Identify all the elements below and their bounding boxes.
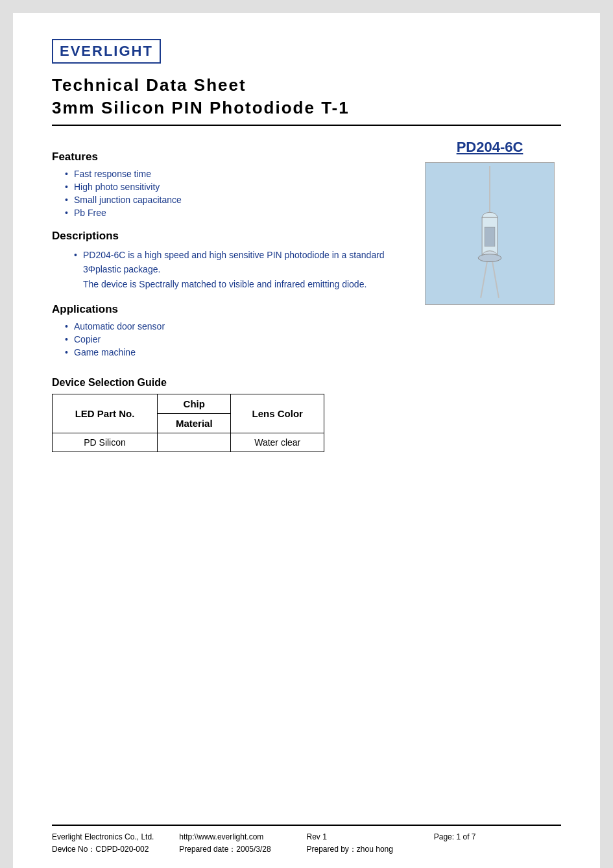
- app-item-2: Copier: [65, 334, 405, 344]
- applications-title: Applications: [52, 303, 405, 316]
- feature-item-4: Pb Free: [65, 208, 405, 218]
- table-row: PD Silicon Water clear: [53, 433, 324, 452]
- feature-item-2: High photo sensitivity: [65, 182, 405, 192]
- footer-website: http:\\www.everlight.com: [179, 832, 306, 841]
- descriptions-text: PD204-6C is a high speed and high sensit…: [52, 248, 405, 291]
- page: EVERLIGHT Technical Data Sheet 3mm Silic…: [13, 13, 600, 868]
- row1-col1: PD Silicon: [53, 433, 158, 452]
- footer-page: Page: 1 of 7: [434, 832, 561, 841]
- description-paragraph-1: PD204-6C is a high speed and high sensit…: [74, 248, 405, 291]
- app-item-3: Game machine: [65, 347, 405, 357]
- title-divider: [52, 125, 561, 126]
- features-list: Fast response time High photo sensitivit…: [52, 169, 405, 218]
- footer-company: Everlight Electronics Co., Ltd.: [52, 832, 179, 841]
- applications-list: Automatic door sensor Copier Game machin…: [52, 321, 405, 357]
- desc-phi: Φ: [88, 264, 95, 274]
- app-item-1: Automatic door sensor: [65, 321, 405, 332]
- footer-row-2: Device No：CDPD-020-002 Prepared date：200…: [52, 844, 561, 855]
- footer-rev: Rev 1: [307, 832, 434, 841]
- logo-container: EVERLIGHT: [52, 39, 561, 64]
- part-number: PD204-6C: [457, 139, 523, 156]
- descriptions-title: Descriptions: [52, 230, 405, 243]
- row1-col2: [158, 433, 231, 452]
- col1-header: LED Part No.: [53, 394, 158, 433]
- device-selection-title: Device Selection Guide: [52, 377, 405, 389]
- product-svg: [426, 163, 554, 304]
- footer-prepared-by: Prepared by：zhou hong: [307, 844, 562, 855]
- right-column: PD204-6C: [418, 139, 561, 825]
- col2-header2: Material: [158, 414, 231, 433]
- feature-item-1: Fast response time: [65, 169, 405, 179]
- footer: Everlight Electronics Co., Ltd. http:\\w…: [52, 825, 561, 855]
- footer-row-1: Everlight Electronics Co., Ltd. http:\\w…: [52, 832, 561, 841]
- svg-rect-7: [485, 227, 495, 247]
- col3-header: Lens Color: [231, 394, 324, 433]
- doc-title-1: Technical Data Sheet: [52, 75, 561, 95]
- svg-point-8: [478, 254, 501, 262]
- logo-box: EVERLIGHT: [52, 39, 161, 64]
- device-selection: Device Selection Guide LED Part No. Chip…: [52, 377, 405, 452]
- row1-col3: Water clear: [231, 433, 324, 452]
- feature-item-3: Small junction capacitance: [65, 195, 405, 205]
- selection-table: LED Part No. Chip Lens Color Material PD…: [52, 394, 324, 452]
- left-column: Features Fast response time High photo s…: [52, 139, 405, 825]
- footer-device-no: Device No：CDPD-020-002: [52, 844, 179, 855]
- logo-text: EVERLIGHT: [60, 43, 153, 59]
- features-title: Features: [52, 151, 405, 163]
- desc-text3: The device is Spectrally matched to visi…: [83, 279, 367, 289]
- col2-header1: Chip: [158, 394, 231, 414]
- desc-text2: plastic package.: [95, 264, 160, 274]
- product-image: [425, 162, 555, 305]
- doc-title-2: 3mm Silicon PIN Photodiode T-1: [52, 98, 561, 118]
- footer-prepared-date: Prepared date：2005/3/28: [179, 844, 306, 855]
- main-content: Features Fast response time High photo s…: [52, 139, 561, 825]
